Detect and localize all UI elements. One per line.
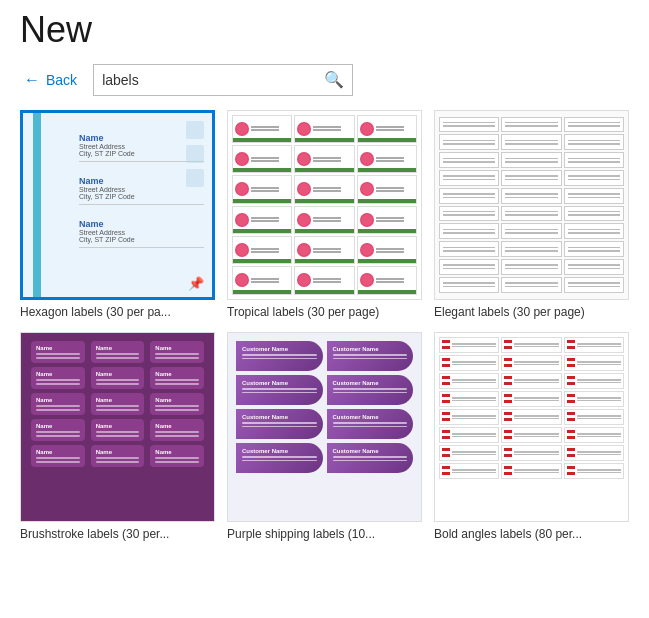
template-item[interactable]: Tropical labels (30 per page) — [227, 110, 422, 321]
back-label: Back — [46, 72, 77, 88]
search-input[interactable] — [102, 72, 324, 88]
back-arrow-icon: ← — [24, 71, 40, 89]
page-header: New — [0, 0, 649, 56]
hex-blue-bar — [33, 113, 41, 297]
search-box: 🔍 — [93, 64, 353, 96]
template-item[interactable]: Name Name Name Name Name Name Name Name … — [20, 332, 215, 543]
templates-grid: Name Street Address City, ST ZIP Code Na… — [0, 106, 649, 553]
template-label: Tropical labels (30 per page) — [227, 305, 422, 321]
template-label: Purple shipping labels (10... — [227, 527, 422, 543]
search-icon[interactable]: 🔍 — [324, 70, 344, 89]
template-thumbnail-brushstroke: Name Name Name Name Name Name Name Name … — [20, 332, 215, 522]
template-item[interactable]: Bold angles labels (80 per... — [434, 332, 629, 543]
page-title: New — [20, 10, 629, 50]
hex-dots — [186, 121, 204, 187]
template-label: Brushstroke labels (30 per... — [20, 527, 215, 543]
hex-label-row: Name Street Address City, ST ZIP Code — [79, 219, 204, 248]
template-thumbnail-purple-shipping: Customer Name Customer Name Customer Nam… — [227, 332, 422, 522]
back-button[interactable]: ← Back — [20, 69, 81, 91]
template-item[interactable]: Elegant labels (30 per page) — [434, 110, 629, 321]
pin-icon: 📌 — [188, 276, 204, 291]
template-thumbnail-tropical — [227, 110, 422, 300]
template-thumbnail-bold-angles — [434, 332, 629, 522]
toolbar: ← Back 🔍 — [0, 56, 649, 106]
template-item[interactable]: Name Street Address City, ST ZIP Code Na… — [20, 110, 215, 321]
template-thumbnail-hexagon: Name Street Address City, ST ZIP Code Na… — [20, 110, 215, 300]
template-label: Elegant labels (30 per page) — [434, 305, 629, 321]
template-label: Hexagon labels (30 per pa... — [20, 305, 215, 321]
template-label: Bold angles labels (80 per... — [434, 527, 629, 543]
template-thumbnail-elegant — [434, 110, 629, 300]
template-item[interactable]: Customer Name Customer Name Customer Nam… — [227, 332, 422, 543]
